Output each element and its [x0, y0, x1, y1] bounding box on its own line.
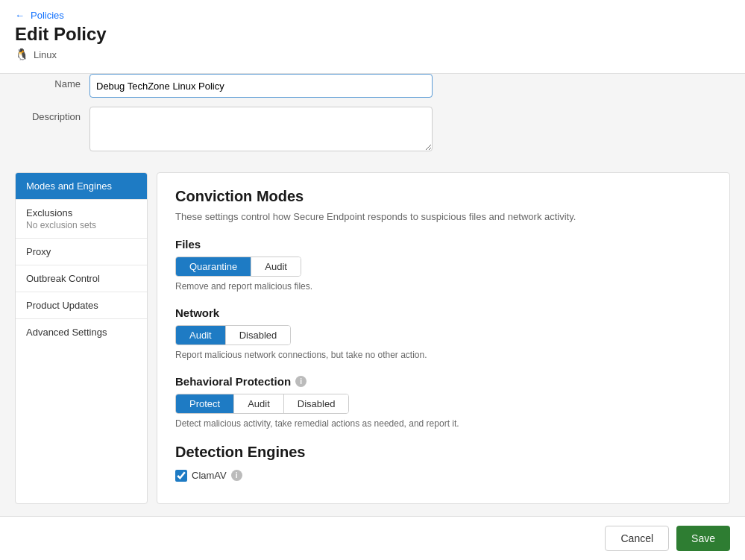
cancel-button[interactable]: Cancel: [605, 526, 669, 551]
sidebar: Modes and Engines Exclusions No exclusio…: [15, 172, 148, 504]
conviction-modes-desc: These settings control how Secure Endpoi…: [175, 210, 711, 224]
behavioral-title: Behavioral Protection: [175, 375, 291, 388]
behavioral-disabled-btn[interactable]: Disabled: [284, 394, 349, 413]
detection-engines-title: Detection Engines: [175, 444, 711, 461]
main-layout: Modes and Engines Exclusions No exclusio…: [0, 172, 745, 516]
network-btn-group: Audit Disabled: [175, 325, 291, 345]
sidebar-item-advanced-settings[interactable]: Advanced Settings: [16, 319, 147, 345]
breadcrumb-label: Policies: [31, 10, 64, 21]
page-wrapper: Policies Edit Policy Linux Name Descript…: [0, 0, 745, 560]
clamav-info-icon[interactable]: i: [231, 470, 242, 481]
linux-icon: [15, 48, 29, 61]
behavioral-info-icon[interactable]: i: [295, 376, 307, 387]
files-title: Files: [175, 238, 711, 251]
network-action-desc: Report malicious network connections, bu…: [175, 350, 711, 360]
sidebar-exclusions-label: Exclusions: [26, 207, 136, 218]
behavioral-block: Behavioral Protection i Protect Audit Di…: [175, 375, 711, 429]
page-title: Edit Policy: [15, 24, 730, 45]
behavioral-btn-group: Protect Audit Disabled: [175, 394, 349, 414]
sidebar-exclusions-sub: No exclusion sets: [26, 220, 136, 230]
clamav-row: ClamAV i: [175, 470, 711, 482]
form-section: Name Description: [0, 74, 745, 172]
description-row: Description: [15, 107, 730, 151]
network-audit-btn[interactable]: Audit: [176, 326, 226, 345]
sidebar-item-modes-engines[interactable]: Modes and Engines: [16, 173, 147, 200]
files-btn-group: Quarantine Audit: [175, 257, 301, 277]
clamav-checkbox[interactable]: [175, 470, 187, 482]
os-name: Linux: [34, 49, 57, 60]
footer: Cancel Save: [0, 516, 745, 560]
network-block: Network Audit Disabled Report malicious …: [175, 306, 711, 360]
network-disabled-btn[interactable]: Disabled: [226, 326, 291, 345]
files-quarantine-btn[interactable]: Quarantine: [176, 257, 251, 276]
sidebar-item-outbreak-control[interactable]: Outbreak Control: [16, 265, 147, 292]
sidebar-item-proxy[interactable]: Proxy: [16, 239, 147, 265]
clamav-label: ClamAV: [192, 470, 227, 481]
name-input[interactable]: [89, 74, 433, 98]
behavioral-audit-btn[interactable]: Audit: [234, 394, 284, 413]
sidebar-item-product-updates[interactable]: Product Updates: [16, 292, 147, 319]
save-button[interactable]: Save: [676, 526, 730, 551]
description-input[interactable]: [89, 107, 433, 151]
files-block: Files Quarantine Audit Remove and report…: [175, 238, 711, 292]
description-label: Description: [15, 107, 89, 122]
back-arrow-icon: [15, 10, 28, 21]
sidebar-item-exclusions[interactable]: Exclusions No exclusion sets: [16, 200, 147, 239]
behavioral-action-desc: Detect malicious activity, take remedial…: [175, 418, 711, 429]
behavioral-label-row: Behavioral Protection i: [175, 375, 711, 388]
files-action-desc: Remove and report malicious files.: [175, 281, 711, 292]
right-panel: Conviction Modes These settings control …: [157, 172, 730, 504]
name-row: Name: [15, 74, 730, 98]
header: Policies Edit Policy Linux: [0, 0, 745, 74]
name-label: Name: [15, 74, 89, 89]
files-audit-btn[interactable]: Audit: [251, 257, 301, 276]
network-title: Network: [175, 306, 711, 319]
breadcrumb-link[interactable]: Policies: [15, 10, 64, 21]
conviction-modes-title: Conviction Modes: [175, 188, 711, 205]
behavioral-protect-btn[interactable]: Protect: [176, 394, 234, 413]
os-label: Linux: [15, 48, 730, 61]
